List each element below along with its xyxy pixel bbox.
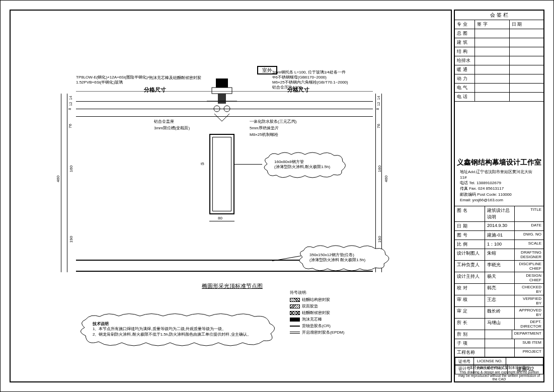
dim-460: 460 bbox=[56, 176, 60, 182]
dim-190-r: 190 bbox=[377, 236, 382, 243]
cloud-note-tube1: 160x80x8钢方管 (涂薄型防火涂料,耐火极限1.5h) bbox=[262, 151, 348, 180]
dim-190-l: 190 bbox=[69, 236, 73, 243]
legend-title: 符号说明: bbox=[290, 290, 344, 295]
legend-item: 双面胶垫 bbox=[290, 303, 344, 309]
approval-discipline: 建 筑 bbox=[455, 38, 475, 47]
info-row: 子 项SUB ITEM bbox=[455, 339, 543, 348]
dim-label-left: 分格尺寸 bbox=[144, 86, 166, 94]
approval-discipline: 暖 通 bbox=[455, 65, 475, 74]
legend: 符号说明: 硅酮结构密封胶双面胶垫硅酮耐候密封胶泡沫充芯棒货物垫胶条(CR)开启… bbox=[290, 290, 344, 336]
legend-swatch bbox=[290, 326, 300, 327]
info-row: 设计主持人杨天DESIGN CHIEF bbox=[455, 272, 543, 284]
svg-rect-1 bbox=[212, 88, 232, 94]
legend-swatch bbox=[290, 304, 300, 308]
steel-tube-main bbox=[209, 134, 234, 214]
info-row: 图 名建筑设计总说明TITLE bbox=[455, 206, 543, 222]
approval-discipline: 给排水 bbox=[455, 56, 475, 65]
svg-point-4 bbox=[214, 106, 220, 112]
callout-mid-left: 铝合金盖座 3mm限位槽(变截面) bbox=[154, 119, 190, 132]
title-block: 会 签 栏 专 业 签 字 日 期 总 图建 筑结 构给排水暖 通动 力电 气电… bbox=[454, 10, 544, 382]
legend-item: 泡沫充芯棒 bbox=[290, 317, 344, 322]
approval-discipline: 电 话 bbox=[455, 93, 475, 101]
info-row: 审 核王志VERIFIED BY bbox=[455, 295, 543, 307]
callout-right-group: 3mm钢托条 L=100, 位于玻璃1/4处各一件 Φ6不锈钢螺母(GB6170… bbox=[272, 70, 348, 90]
info-row: 工种负责人李晓光DISCIPLINE CHIEF bbox=[455, 261, 543, 272]
callout-glass: TP8LOW-E(钢化)+12A+6Si(图险半钢化)+ 1.52PVB+6Si… bbox=[76, 75, 150, 85]
info-row: 图 号建施-01DWG. NO bbox=[455, 231, 543, 240]
info-row: 设计制图人朱镕DRAFTING DESIGNER bbox=[455, 249, 543, 261]
approval-discipline: 结 构 bbox=[455, 47, 475, 56]
legend-swatch bbox=[290, 298, 300, 302]
approval-discipline: 电 气 bbox=[455, 84, 475, 92]
approval-discipline: 总 图 bbox=[455, 29, 475, 38]
callout-foam: 泡沫充芯棒及硅酮耐候密封胶 bbox=[149, 75, 201, 81]
approval-discipline: 动 力 bbox=[455, 74, 475, 83]
cloud-note-tube2: 350x150x12钢方管(位卷) (涂薄型防火涂料 耐火极限1.5h) bbox=[297, 245, 393, 273]
dim-t5: t5 bbox=[201, 162, 204, 166]
info-row: 所 别DEPARTMENT bbox=[455, 330, 543, 339]
svg-point-5 bbox=[224, 106, 230, 112]
drawing-canvas: 80 室外 分格尺寸 分格尺寸 bbox=[10, 10, 452, 382]
dim-76-r: 76 bbox=[376, 124, 381, 128]
cloud-tech-notes: 技术说明 1、本节点所有施口焊缝均为满焊,质量等级均为二级,外观质量等级为一级。… bbox=[78, 312, 280, 351]
info-row: 所 长马继山DEPT. DIRECTOR bbox=[455, 319, 543, 330]
dim-76-l: 76 bbox=[68, 124, 72, 128]
dim-160-l: 160 bbox=[69, 166, 73, 172]
svg-rect-0 bbox=[216, 79, 228, 88]
approval-panel: 会 签 栏 专 业 签 字 日 期 总 图建 筑结 构给排水暖 通动 力电 气电… bbox=[455, 11, 543, 102]
info-row: 比 例1：100SCALE bbox=[455, 240, 543, 249]
legend-item: 开启扇密封胶条(EPDM) bbox=[290, 330, 344, 335]
legend-item: 硅酮结构密封胶 bbox=[290, 297, 344, 302]
dim-160-r: 160 bbox=[377, 166, 382, 172]
approval-header: 会 签 栏 bbox=[455, 11, 543, 20]
company-name: 义鑫钢结构幕墙设计工作室 bbox=[457, 158, 541, 167]
info-panel: 图 名建筑设计总说明TITLE日 期2014.9.30DATE图 号建施-01D… bbox=[455, 206, 543, 357]
svg-rect-2 bbox=[218, 94, 226, 104]
legend-swatch bbox=[290, 318, 300, 322]
legend-swatch bbox=[290, 332, 300, 334]
legend-swatch bbox=[290, 311, 300, 315]
company-block: 义鑫钢结构幕墙设计工作室 地址Add.辽宁省沈阳市皇姑区黄河北大街11# 电话 … bbox=[455, 155, 543, 206]
callout-mid-right: 一体化防水胶条(三元乙丙) 5mm厚绝缘垫片 M8×25机制螺栓 bbox=[250, 119, 296, 138]
info-row: 工程名称PROJECT bbox=[455, 348, 543, 357]
dim-80: 80 bbox=[218, 216, 222, 220]
legend-item: 货物垫胶条(CR) bbox=[290, 323, 344, 329]
info-row: 校 对韩亮CHECKED BY bbox=[455, 284, 543, 295]
info-row: 审 定魏长岭APPROVED BY bbox=[455, 307, 543, 319]
legend-item: 硅酮耐候密封胶 bbox=[290, 310, 344, 316]
drawing-title: 椭圆形采光顶标准节点图 bbox=[202, 282, 263, 290]
info-row: 日 期2014.9.30DATE bbox=[455, 222, 543, 231]
dim-460-r: 460 bbox=[384, 176, 388, 182]
drawing-sheet: 80 室外 分格尺寸 分格尺寸 bbox=[0, 0, 554, 392]
